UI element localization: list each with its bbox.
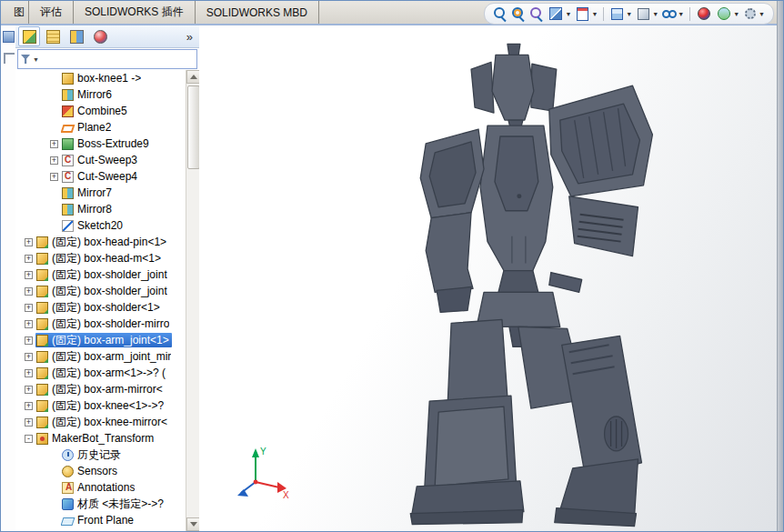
tree-item-main[interactable]: Boss-Extrude9	[61, 136, 152, 151]
tree-item-main[interactable]: Top Plane	[61, 529, 128, 531]
expand-toggle[interactable]: +	[50, 140, 58, 148]
tree-item[interactable]: +(固定) box-knee<1>->?	[15, 397, 186, 414]
expand-toggle[interactable]: -	[25, 435, 33, 443]
scroll-up-button[interactable]	[186, 70, 199, 84]
chevron-down-icon[interactable]: ▼	[591, 11, 598, 17]
panel-flyout-icon[interactable]	[3, 31, 15, 43]
property-manager-tab[interactable]	[42, 26, 64, 46]
tree-item-main[interactable]: (固定) box-sholder_joint	[35, 267, 170, 282]
chevron-down-icon[interactable]: ▼	[678, 11, 684, 17]
chevron-down-icon[interactable]: ▼	[626, 11, 632, 17]
expand-toggle[interactable]: +	[25, 402, 33, 410]
tree-item-main[interactable]: (固定) box-sholder-mirro	[35, 316, 172, 331]
tree-item-main[interactable]: (固定) box-arm_joint_mir	[35, 349, 174, 364]
tree-item-main[interactable]: Cut-Sweep4	[61, 169, 140, 184]
tree-item[interactable]: box-knee1 ->	[15, 70, 186, 86]
tree-item-main[interactable]: MakerBot_Transform	[35, 431, 156, 446]
tree-item-main[interactable]: Cut-Sweep3	[61, 153, 140, 167]
tree-item[interactable]: 材质 <未指定>->?	[15, 496, 186, 512]
graphics-viewport[interactable]: Y X	[199, 25, 777, 531]
tree-item-main[interactable]: (固定) box-head-pin<1>	[35, 235, 169, 249]
configuration-manager-tab[interactable]	[65, 26, 87, 46]
tree-item-main[interactable]: (固定) box-head-m<1>	[35, 251, 164, 266]
tree-item[interactable]: Mirror7	[15, 185, 186, 201]
tree-item[interactable]: +(固定) box-sholder-mirro	[15, 316, 186, 332]
zoom-to-fit-button[interactable]	[493, 6, 508, 21]
tree-item[interactable]: Sensors	[15, 463, 186, 479]
edit-appearance-button[interactable]	[696, 5, 712, 22]
tree-item[interactable]: +(固定) box-arm-mirror<	[15, 381, 186, 397]
tree-scrollbar[interactable]	[186, 70, 199, 531]
tree-item-main[interactable]: (固定) box-knee<1>->?	[35, 398, 166, 413]
zoom-to-area-button[interactable]	[511, 6, 526, 21]
tree-item-main[interactable]: Annotations	[61, 480, 137, 495]
chevron-down-icon[interactable]: ▼	[565, 11, 571, 17]
chevron-down-icon[interactable]: ▼	[733, 11, 739, 17]
section-view-button[interactable]: ▼	[548, 5, 571, 22]
tree-item[interactable]: +Cut-Sweep4	[15, 168, 186, 185]
expand-toggle[interactable]: +	[50, 173, 58, 181]
scroll-down-button[interactable]	[186, 517, 199, 531]
tree-item-main[interactable]: Front Plane	[61, 513, 136, 527]
hide-show-items-button[interactable]: ▼	[662, 6, 684, 21]
tree-item-main[interactable]: (固定) box-knee-mirror<	[35, 415, 170, 429]
expand-toggle[interactable]: +	[25, 271, 33, 279]
tree-item[interactable]: Front Plane	[15, 512, 186, 528]
feature-manager-tab[interactable]	[18, 26, 40, 46]
expand-toggle[interactable]: +	[25, 386, 33, 394]
display-style-button[interactable]: ▼	[636, 6, 658, 22]
tree-item-main[interactable]: (固定) box-arm-mirror<	[35, 382, 166, 396]
tree-item[interactable]: +(固定) box-arm<1>->? (	[15, 365, 186, 381]
ribbon-tab[interactable]: 图	[1, 1, 29, 24]
tree-item-main[interactable]: Sensors	[61, 464, 120, 478]
tree-item[interactable]: +(固定) box-sholder_joint	[15, 266, 186, 283]
tree-item[interactable]: -MakerBot_Transform	[15, 430, 186, 447]
tree-item[interactable]: +(固定) box-sholder_joint	[15, 283, 186, 299]
tree-item-main[interactable]: 材质 <未指定>->?	[61, 497, 166, 511]
tree-item[interactable]: Combine5	[15, 103, 186, 119]
tree-item-main[interactable]: Combine5	[61, 104, 130, 118]
ribbon-tab[interactable]: 评估	[29, 1, 74, 24]
tree-item[interactable]: Mirror6	[15, 86, 186, 103]
tree-item-main[interactable]: Plane2	[61, 120, 114, 135]
expand-toggle[interactable]: +	[25, 336, 33, 345]
tree-item-main[interactable]: (固定) box-arm<1>->? (	[35, 366, 168, 380]
tree-item[interactable]: Annotations	[15, 479, 186, 496]
tree-item[interactable]: +(固定) box-arm_joint<1>	[15, 332, 186, 348]
tree-item-main[interactable]: box-knee1 ->	[61, 71, 144, 85]
filter-caret-icon[interactable]: ▼	[33, 56, 39, 63]
tree-item[interactable]: 历史记录	[15, 447, 186, 463]
tree-item[interactable]: Sketch20	[15, 217, 186, 234]
previous-view-button[interactable]	[529, 6, 544, 21]
expand-toggle[interactable]: +	[25, 369, 33, 377]
tree-item[interactable]: +(固定) box-head-pin<1>	[15, 234, 186, 250]
tree-item[interactable]: Top Plane	[15, 528, 186, 531]
apply-scene-button[interactable]: ▼	[716, 5, 739, 22]
tree-item[interactable]: +(固定) box-knee-mirror<	[15, 414, 186, 430]
tree-item[interactable]: Mirror8	[15, 201, 186, 217]
tree-item-main[interactable]: Mirror8	[61, 202, 115, 216]
tree-item[interactable]: +(固定) box-sholder<1>	[15, 299, 186, 316]
expand-toggle[interactable]: +	[25, 304, 33, 312]
expand-toggle[interactable]: +	[25, 353, 33, 361]
tree-item[interactable]: +(固定) box-head-m<1>	[15, 250, 186, 266]
display-manager-tab[interactable]	[89, 26, 111, 46]
view-settings-button[interactable]: ▼	[743, 6, 765, 21]
tree-filter[interactable]: ▼	[17, 49, 197, 69]
expand-toggle[interactable]: +	[25, 320, 33, 328]
tree-item[interactable]: +(固定) box-arm_joint_mir	[15, 348, 186, 365]
chevron-down-icon[interactable]: ▼	[652, 11, 658, 17]
chevron-down-icon[interactable]: ▼	[759, 11, 765, 17]
tree-item[interactable]: +Cut-Sweep3	[15, 152, 186, 168]
tree-item[interactable]: Plane2	[15, 119, 186, 136]
scroll-thumb[interactable]	[187, 85, 199, 169]
tree-item[interactable]: +Boss-Extrude9	[15, 136, 186, 152]
panel-expand-button[interactable]: »	[183, 30, 196, 44]
tree-item-main[interactable]: 历史记录	[61, 447, 124, 462]
tree-item-main[interactable]: (固定) box-sholder<1>	[35, 300, 163, 315]
expand-toggle[interactable]: +	[50, 156, 58, 165]
tree-item-main[interactable]: Mirror6	[61, 87, 115, 102]
expand-toggle[interactable]: +	[25, 418, 33, 427]
tree-item-main[interactable]: Mirror7	[61, 186, 115, 200]
annotation-view-button[interactable]: ▼	[575, 6, 598, 22]
